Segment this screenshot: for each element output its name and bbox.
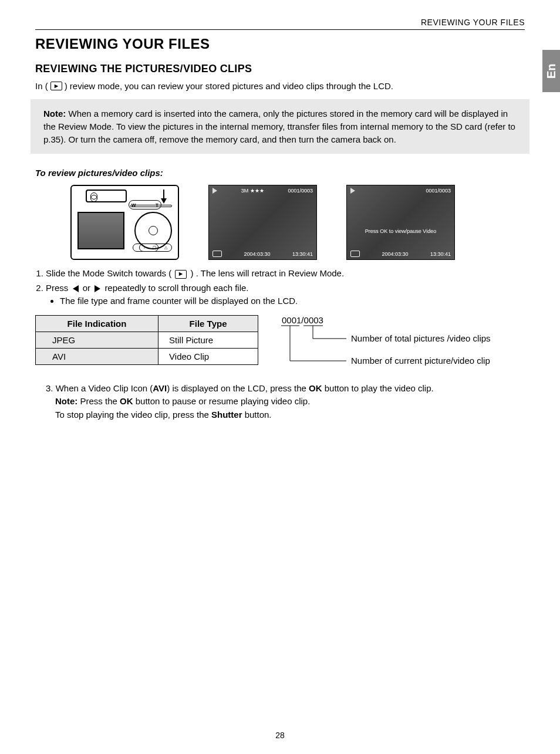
frame-counter: 0001/0003	[426, 188, 451, 194]
callout-total-label: Number of total pictures /video clips	[351, 333, 491, 343]
table-row: AVI Video Clip	[36, 348, 258, 364]
step1-post: ) . The lens will retract in Review Mode…	[191, 268, 344, 278]
file-type-table: File Indication File Type JPEG Still Pic…	[35, 315, 258, 365]
video-hint-text: Press OK to view/pause Video	[347, 228, 454, 234]
subhead: To review pictures/video clips:	[35, 168, 525, 178]
table-row: JPEG Still Picture	[36, 332, 258, 348]
arrow-right-icon	[95, 285, 100, 292]
date-text: 2004:03:30	[244, 251, 270, 257]
frame-counter: 0001/0003	[288, 188, 313, 194]
cell-still: Still Picture	[158, 332, 258, 348]
play-mode-icon	[50, 82, 62, 90]
steps-list: Slide the Mode Switch towards ( ) . The …	[35, 267, 525, 308]
note-text: When a memory card is inserted into the …	[43, 109, 515, 144]
counter-callout: 0001/0003 Number of total pictures /vide…	[276, 315, 522, 373]
zoom-rocker: W T	[129, 200, 161, 209]
step3-mid2: button to play the video clip.	[322, 383, 434, 393]
step1-pre: Slide the Mode Switch towards (	[46, 268, 171, 278]
step2-mid: or	[83, 283, 93, 293]
step3-mid1: ) is displayed on the LCD, press the	[167, 383, 309, 393]
date-text: 2004:03:30	[382, 251, 408, 257]
card-icon	[350, 251, 360, 257]
time-text: 13:30:41	[430, 251, 451, 257]
lcd-preview-video: 0001/0003 Press OK to view/pause Video 2…	[346, 185, 455, 260]
step3-note-label: Note:	[55, 396, 77, 406]
play-mode-icon	[175, 270, 187, 279]
language-tab: En	[542, 50, 560, 92]
lcd-preview-photo: 3M ★★★ 0001/0003 2004:03:30 13:30:41	[208, 185, 317, 260]
running-header: REVIEWING YOUR FILES	[35, 18, 525, 30]
intro-text: In ( ) review mode, you can review your …	[35, 81, 525, 91]
time-text: 13:30:41	[292, 251, 313, 257]
intro-post: ) review mode, you can review your store…	[65, 81, 393, 91]
camera-diagram: W T ◦▢△	[70, 185, 179, 260]
cell-avi: AVI	[36, 348, 158, 364]
callout-diagram: 0001/0003 Number of total pictures /vide…	[276, 315, 522, 371]
play-indicator-icon	[212, 188, 217, 194]
step3-line2c: button to pause or resume playing video …	[133, 396, 311, 406]
section-title: REVIEWING THE PICTURES/VIDEO CLIPS	[35, 63, 525, 75]
note-label: Note:	[43, 109, 66, 119]
svg-marker-3	[179, 272, 183, 276]
image-row: W T ◦▢△ 3M ★★★ 0001/0003 2004:03:30 13:3…	[35, 185, 525, 260]
ok-label2: OK	[120, 396, 133, 406]
step3-pre: 3. When a Video Clip Icon (	[46, 383, 153, 393]
zoom-wide-label: W	[131, 202, 136, 208]
table-header-indication: File Indication	[36, 315, 158, 332]
step-1: Slide the Mode Switch towards ( ) . The …	[46, 267, 525, 280]
svg-marker-0	[54, 84, 58, 87]
play-indicator-icon	[350, 188, 355, 194]
avi-label: AVI	[153, 383, 167, 393]
card-icon	[212, 251, 222, 257]
intro-pre: In (	[35, 81, 48, 91]
zoom-tele-label: T	[156, 202, 158, 208]
cell-jpeg: JPEG	[36, 332, 158, 348]
camera-mode-switch: ◦▢△	[139, 244, 172, 252]
note-box: Note: When a memory card is inserted int…	[31, 99, 529, 154]
svg-marker-2	[161, 198, 167, 204]
page-title: REVIEWING YOUR FILES	[35, 36, 525, 52]
page-number: 28	[0, 731, 560, 740]
arrow-left-icon	[73, 285, 79, 292]
callout-current-label: Number of current picture/video clip	[351, 356, 490, 366]
table-callout-row: File Indication File Type JPEG Still Pic…	[35, 315, 525, 373]
step2-post: repeatedly to scroll through each file.	[104, 283, 248, 293]
step2-pre: Press	[46, 283, 71, 293]
step3-line3b: button.	[242, 410, 272, 420]
step-3: 3. When a Video Clip Icon (AVI) is displ…	[35, 382, 525, 422]
ok-label: OK	[309, 383, 322, 393]
counter-example: 0001/0003	[282, 315, 323, 325]
step2-bullet: The file type and frame counter will be …	[60, 295, 525, 308]
shutter-label: Shutter	[211, 410, 242, 420]
cell-video: Video Clip	[158, 348, 258, 364]
camera-lcd	[77, 212, 124, 249]
quality-indicator: 3M ★★★	[241, 188, 264, 194]
step3-line2b: Press the	[77, 396, 120, 406]
step-2: Press or repeatedly to scroll through ea…	[46, 282, 525, 308]
table-header-type: File Type	[158, 315, 258, 332]
step3-line3a: To stop playing the video clip, press th…	[55, 410, 211, 420]
camera-top	[86, 190, 127, 202]
arrow-down-icon	[160, 190, 168, 204]
